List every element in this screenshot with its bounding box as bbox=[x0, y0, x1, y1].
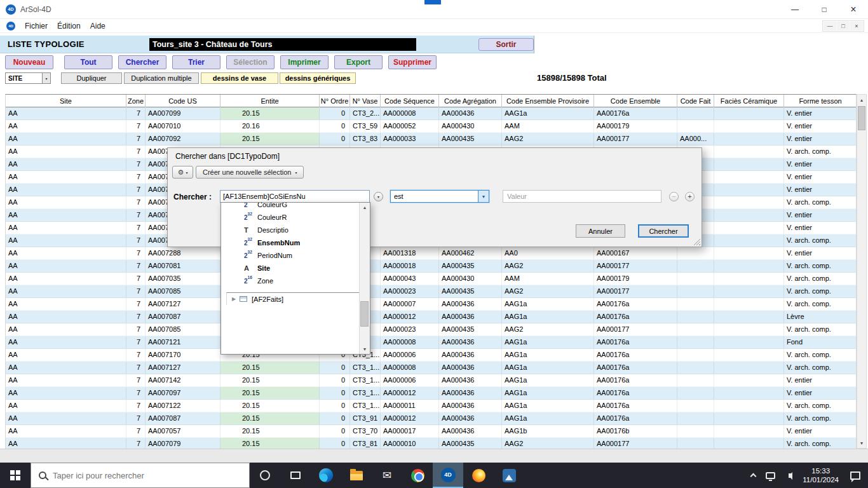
table-row[interactable]: AA7AA00712720.150CT3_1...AA000008AA00043… bbox=[6, 362, 856, 374]
exit-button[interactable]: Sortir bbox=[478, 38, 534, 51]
column-header-code-ensemble[interactable]: Code Ensemble bbox=[594, 95, 677, 107]
column-header-n-vase[interactable]: N° Vase bbox=[350, 95, 381, 107]
table-row[interactable]: AA7AA00705720.150CT3_70AA000017AA000436A… bbox=[6, 425, 856, 438]
column-header-zone[interactable]: Zone bbox=[126, 95, 146, 107]
firefox-taskbar-button[interactable] bbox=[463, 463, 494, 488]
column-header-site[interactable]: Site bbox=[6, 95, 126, 107]
table-row[interactable]: AA7AA007127AA000007AA000436AAG1aAA00176a… bbox=[6, 298, 856, 311]
column-header-code-us[interactable]: Code US bbox=[146, 95, 220, 107]
column-header-code-fait[interactable]: Code Fait bbox=[677, 95, 714, 107]
settings-menu-button[interactable]: ⚙ ▾ bbox=[172, 166, 193, 179]
menu-fichier[interactable]: Fichier bbox=[25, 22, 48, 30]
chrome-taskbar-button[interactable] bbox=[402, 463, 433, 488]
column-header-facies-ceramique[interactable]: Faciès Céramique bbox=[714, 95, 784, 107]
maximize-button[interactable]: □ bbox=[810, 0, 839, 18]
toolbar-button-new[interactable]: Nouveau bbox=[5, 55, 53, 69]
generic-drawings-button[interactable]: dessins génériques bbox=[280, 72, 356, 84]
scroll-up-button[interactable]: ▲ bbox=[360, 203, 370, 212]
table-row[interactable]: AA7AA00709920.150CT3_2...AA000008AA00043… bbox=[6, 107, 856, 120]
table-vertical-scrollbar[interactable]: ▲ ▼ bbox=[857, 94, 867, 449]
mdi-minimize-button[interactable]: — bbox=[824, 22, 836, 30]
table-row[interactable]: AA7AA007087AA000012AA000436AAG1aAA00176a… bbox=[6, 311, 856, 323]
field-list-item-periodnum[interactable]: 232PeriodNum bbox=[221, 249, 359, 262]
table-row[interactable]: AA7AA00714220.150CT3_1...AA000006AA00043… bbox=[6, 374, 856, 387]
column-header-n-ordre[interactable]: N° Ordre bbox=[320, 95, 350, 107]
field-list-item-af2faits[interactable]: ▶[AF2Faits] bbox=[226, 292, 359, 305]
search-confirm-button[interactable]: Chercher bbox=[638, 224, 689, 238]
task-view-button[interactable] bbox=[280, 463, 311, 488]
field-list-item-zone[interactable]: 216Zone bbox=[221, 274, 359, 287]
field-list-item-descriptio[interactable]: TDescriptio bbox=[221, 224, 359, 236]
taskbar-search[interactable]: Taper ici pour rechercher bbox=[31, 463, 250, 488]
add-criteria-button[interactable]: + bbox=[685, 192, 695, 201]
multi-duplicate-button[interactable]: Duplication multiple bbox=[124, 72, 199, 84]
photos-taskbar-button[interactable] bbox=[494, 463, 524, 488]
field-dropdown-button[interactable]: ▾ bbox=[374, 192, 383, 201]
start-button[interactable] bbox=[0, 463, 31, 488]
table-row[interactable]: AA7AA00712220.150CT3_1...AA000011AA00043… bbox=[6, 400, 856, 412]
field-list-item-couleurg[interactable]: 232CouleurG bbox=[221, 202, 359, 211]
cortana-button[interactable] bbox=[250, 463, 280, 488]
mdi-restore-button[interactable]: □ bbox=[837, 22, 850, 30]
table-row[interactable]: AA7AA00708720.150CT3_91AA000012AA000436A… bbox=[6, 412, 856, 425]
toolbar-button-sort[interactable]: Trier bbox=[172, 55, 220, 69]
taskbar-clock[interactable]: 15:33 11/01/2024 bbox=[796, 466, 845, 484]
4d-taskbar-button-active[interactable]: 4D bbox=[433, 463, 463, 488]
scroll-down-button[interactable]: ▼ bbox=[857, 438, 866, 448]
field-label: CouleurG bbox=[257, 202, 287, 208]
table-row[interactable]: AA7AA007085AA000023AA000435AAG2AA000177V… bbox=[6, 323, 856, 336]
column-header-code-agregation[interactable]: Code Agrégation bbox=[439, 95, 502, 107]
cell-code-ensemble: AA000167 bbox=[594, 247, 677, 259]
toolbar-button-print[interactable]: Imprimer bbox=[280, 55, 329, 69]
action-center-button[interactable] bbox=[845, 463, 865, 488]
table-row[interactable]: AA7AA007035AA000043AA000430AAMAA000179V.… bbox=[6, 273, 856, 285]
table-row[interactable]: AA7AA00709220.150CT3_83AA000033AA000435A… bbox=[6, 133, 856, 146]
hidden-icons-button[interactable] bbox=[746, 463, 761, 488]
toolbar-button-all[interactable]: Tout bbox=[64, 55, 112, 69]
table-row[interactable]: AA7AA00717020.150CT3_1...AA000006AA00043… bbox=[6, 349, 856, 362]
close-button[interactable]: × bbox=[839, 0, 868, 18]
column-header-code-sequence[interactable]: Code Séquence bbox=[381, 95, 439, 107]
create-selection-button[interactable]: Créer une nouvelle sélection ▾ bbox=[196, 166, 304, 179]
table-row[interactable]: AA7AA00701020.160CT3_59AA000052AA000430A… bbox=[6, 120, 856, 133]
value-input[interactable] bbox=[503, 190, 661, 203]
toolbar-button-search[interactable]: Chercher bbox=[118, 55, 166, 69]
network-tray-button[interactable] bbox=[761, 463, 780, 488]
scroll-up-button[interactable]: ▲ bbox=[857, 95, 866, 105]
search-field-input[interactable] bbox=[220, 190, 370, 203]
column-header-entite[interactable]: Entite bbox=[220, 95, 320, 107]
scrollbar-thumb[interactable] bbox=[858, 106, 865, 130]
vase-drawings-button[interactable]: dessins de vase bbox=[201, 72, 278, 84]
remove-criteria-button[interactable]: − bbox=[669, 192, 679, 201]
explorer-taskbar-button[interactable] bbox=[341, 463, 372, 488]
mdi-close-button[interactable]: × bbox=[850, 22, 863, 30]
duplicate-button[interactable]: Dupliquer bbox=[61, 72, 122, 84]
scroll-down-button[interactable]: ▼ bbox=[360, 344, 370, 354]
menu-edition[interactable]: Édition bbox=[57, 22, 81, 30]
background-window-sliver bbox=[424, 0, 441, 4]
cancel-button[interactable]: Annuler bbox=[576, 224, 625, 238]
column-header-code-ensemble-provisoire[interactable]: Code Ensemble Provisoire bbox=[502, 95, 594, 107]
table-row[interactable]: AA7AA007121AA000008AA000436AAG1aAA00176a… bbox=[6, 336, 856, 349]
toolbar-button-delete[interactable]: Supprimer bbox=[388, 55, 437, 69]
table-row[interactable]: AA7AA00709720.150CT3_1...AA000012AA00043… bbox=[6, 387, 856, 400]
field-list-scrollbar[interactable]: ▲ ▼ bbox=[359, 203, 370, 354]
minimize-button[interactable]: — bbox=[780, 0, 810, 18]
field-list-item-ensembnum[interactable]: 232EnsembNum bbox=[221, 236, 359, 249]
site-filter-dropdown[interactable]: SITE ▾ bbox=[5, 72, 51, 84]
table-row[interactable]: AA7AA007288AA001318AA000462AA0AA000167V.… bbox=[6, 247, 856, 260]
scrollbar-thumb[interactable] bbox=[360, 301, 369, 327]
table-row[interactable]: AA7AA007085AA000023AA000435AAG2AA000177V… bbox=[6, 285, 856, 298]
table-row[interactable]: AA7AA00707920.150CT3_81AA000010AA000435A… bbox=[6, 438, 856, 449]
operator-combobox[interactable]: est ▼ bbox=[390, 190, 489, 203]
field-list-item-couleurr[interactable]: 232CouleurR bbox=[221, 211, 359, 224]
toolbar-button-export[interactable]: Export bbox=[334, 55, 383, 69]
mail-taskbar-button[interactable]: ✉ bbox=[372, 463, 402, 488]
edge-taskbar-button[interactable] bbox=[311, 463, 341, 488]
field-list-item-site[interactable]: ASite bbox=[221, 262, 359, 274]
table-row[interactable]: AA7AA007081AA000018AA000435AAG2AA000177V… bbox=[6, 260, 856, 273]
volume-tray-button[interactable] bbox=[780, 463, 796, 488]
menu-aide[interactable]: Aide bbox=[90, 22, 105, 30]
resize-grip[interactable] bbox=[693, 238, 700, 245]
column-header-forme-tesson[interactable]: Forme tesson bbox=[784, 95, 857, 107]
